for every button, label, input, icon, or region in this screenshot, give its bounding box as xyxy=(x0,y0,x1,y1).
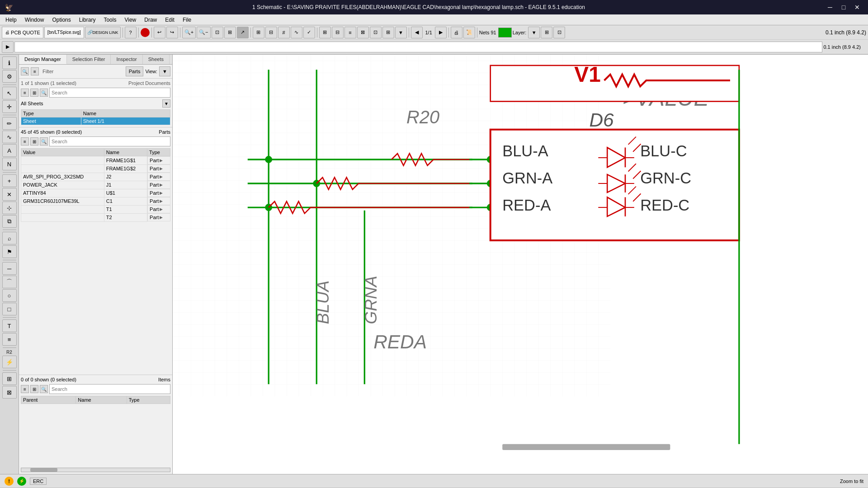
zoom-in-button[interactable]: 🔍+ xyxy=(182,27,196,38)
script-button[interactable]: 📜 xyxy=(463,27,475,38)
help-button[interactable]: ? xyxy=(125,27,137,38)
menu-edit[interactable]: Edit xyxy=(161,16,178,24)
l5-button[interactable]: ⊡ xyxy=(370,27,382,38)
lt-label-button[interactable]: A xyxy=(2,144,17,157)
view-dropdown-button[interactable]: ▼ xyxy=(159,66,170,76)
close-button[interactable]: ✕ xyxy=(851,1,863,14)
lt-group-button[interactable]: ⊞ xyxy=(2,372,17,385)
zoom-fit-button[interactable]: ⊡ xyxy=(212,27,223,38)
docs-search-input[interactable] xyxy=(49,88,170,98)
lt-magnify-button[interactable]: ⌕ xyxy=(2,232,17,244)
parts-list-btn[interactable]: ≡ xyxy=(21,137,29,145)
layer-filter-button[interactable]: ▼ xyxy=(528,27,540,38)
menu-help[interactable]: Help xyxy=(2,16,20,24)
all-sheets-dropdown[interactable]: ▼ xyxy=(162,99,170,108)
lt-net-button[interactable]: N xyxy=(2,158,17,170)
l1-button[interactable]: ⊞ xyxy=(319,27,331,38)
lt-move2-button[interactable]: ⊹ xyxy=(2,202,17,214)
menu-file[interactable]: File xyxy=(179,16,195,24)
ltspice-button[interactable]: [bn/LTSpice.svg] xyxy=(44,27,84,38)
design-link-button[interactable]: 🔗 DESIGN LINK xyxy=(85,27,121,38)
stop-button[interactable] xyxy=(141,28,150,37)
docs-table-row[interactable]: Sheet Sheet 1/1 xyxy=(21,117,170,125)
parts-table-row[interactable]: POWER_JACK J1 Part ▶ xyxy=(21,181,170,189)
minimize-button[interactable]: ─ xyxy=(824,1,836,14)
parts-view-button[interactable]: Parts xyxy=(126,66,144,76)
lt-line-button[interactable]: ─ xyxy=(2,262,17,275)
erc-button[interactable]: ERC xyxy=(30,478,47,485)
lt-special-button[interactable]: ⚡ xyxy=(2,356,17,368)
parts-search-input[interactable] xyxy=(49,136,170,146)
l6-button[interactable]: ⊞ xyxy=(382,27,394,38)
l3-button[interactable]: ≡ xyxy=(344,27,356,38)
lt-settings-button[interactable]: ⚙ xyxy=(2,70,17,83)
lt-wire-button[interactable]: ∿ xyxy=(2,131,17,143)
lt-move-button[interactable]: ✛ xyxy=(2,100,17,113)
parts-grid-btn[interactable]: ⊞ xyxy=(30,137,38,145)
canvas-area[interactable]: R20 D6 >VALUE V1 BLU-A BLU-C xyxy=(173,55,868,474)
zoom-select-button[interactable]: ⊞ xyxy=(224,27,236,38)
items-list-btn[interactable]: ≡ xyxy=(21,385,29,393)
lt-arc-button[interactable]: ⌒ xyxy=(2,276,17,288)
parts-table-row[interactable]: T2 Part ▶ xyxy=(21,213,170,221)
lt-copy-button[interactable]: ⧉ xyxy=(2,215,17,228)
drc-button[interactable]: ✓ xyxy=(303,27,315,38)
lt-info-button[interactable]: ℹ xyxy=(2,56,17,69)
tab-sheets[interactable]: Sheets xyxy=(143,55,170,64)
display2-button[interactable]: ⊟ xyxy=(265,27,277,38)
lt-flag-button[interactable]: ⚑ xyxy=(2,245,17,258)
menu-options[interactable]: Options xyxy=(48,16,74,24)
pcb-quote-button[interactable]: 🖨 PCB QUOTE xyxy=(2,27,43,38)
parts-table-row[interactable]: T1 Part ▶ xyxy=(21,205,170,213)
menu-view[interactable]: View xyxy=(121,16,140,24)
menu-draw[interactable]: Draw xyxy=(141,16,160,24)
zoom-out-button[interactable]: 🔍− xyxy=(197,27,210,38)
l2-button[interactable]: ⊟ xyxy=(332,27,344,38)
docs-search-btn[interactable]: 🔍 xyxy=(40,89,48,97)
command-input[interactable] xyxy=(14,42,822,52)
grid-button[interactable]: # xyxy=(278,27,290,38)
zoom-cursor-button[interactable]: ↗ xyxy=(237,27,249,38)
next-page-button[interactable]: ▶ xyxy=(435,27,447,38)
lt-pointer-button[interactable]: ↖ xyxy=(2,87,17,99)
maximize-button[interactable]: □ xyxy=(837,1,850,14)
print-button[interactable]: 🖨 xyxy=(451,27,462,38)
lt-draw-button[interactable]: ✏ xyxy=(2,117,17,130)
l4-button[interactable]: ⊠ xyxy=(357,27,369,38)
lt-ungroup-button[interactable]: ⊠ xyxy=(2,386,17,399)
undo-button[interactable]: ↩ xyxy=(154,27,165,38)
items-grid-btn[interactable]: ⊞ xyxy=(30,385,38,393)
ratsnest-button[interactable]: ∿ xyxy=(291,27,302,38)
display-button[interactable]: ⊞ xyxy=(253,27,264,38)
layer-grid2-button[interactable]: ⊞ xyxy=(541,27,552,38)
menu-library[interactable]: Library xyxy=(75,16,99,24)
search-toggle-button[interactable]: 🔍 xyxy=(21,67,29,75)
prev-page-button[interactable]: ◀ xyxy=(411,27,423,38)
parts-table-row[interactable]: AVR_SPI_PROG_3X2SMD J2 Part ▶ xyxy=(21,173,170,181)
items-search-input[interactable] xyxy=(49,384,170,394)
parts-table-row[interactable]: FRAME1G$1 Part ▶ xyxy=(21,156,170,165)
lt-bus-button[interactable]: ≡ xyxy=(2,333,17,346)
arrow-btn[interactable]: ▶ xyxy=(2,41,14,53)
parts-table-row[interactable]: FRAME1G$2 Part ▶ xyxy=(21,164,170,173)
parts-table-row[interactable]: GRM31CR60J107ME39L C1 Part ▶ xyxy=(21,197,170,205)
tab-design-manager[interactable]: Design Manager xyxy=(19,55,67,64)
lt-rect-button[interactable]: □ xyxy=(2,303,17,315)
parts-table-row[interactable]: ATTINY84 U$1 Part ▶ xyxy=(21,189,170,197)
lt-delete-button[interactable]: ✕ xyxy=(2,188,17,201)
lt-text-button[interactable]: T xyxy=(2,319,17,332)
menu-window[interactable]: Window xyxy=(21,16,48,24)
redo-button[interactable]: ↪ xyxy=(166,27,178,38)
lt-circle-button[interactable]: ○ xyxy=(2,289,17,302)
tree-view-button[interactable]: ≡ xyxy=(31,67,39,75)
tab-inspector[interactable]: Inspector xyxy=(111,55,142,64)
tab-selection-filter[interactable]: Selection Filter xyxy=(67,55,111,64)
panel-scrollbar[interactable] xyxy=(21,468,170,472)
l7-button[interactable]: ▼ xyxy=(395,27,407,38)
lt-add-button[interactable]: + xyxy=(2,174,17,187)
parts-search-btn[interactable]: 🔍 xyxy=(40,137,48,145)
menu-tools[interactable]: Tools xyxy=(100,16,120,24)
docs-list-btn[interactable]: ≡ xyxy=(21,89,29,97)
layer-auto-button[interactable]: ⊡ xyxy=(553,27,565,38)
items-search-btn[interactable]: 🔍 xyxy=(40,385,48,393)
